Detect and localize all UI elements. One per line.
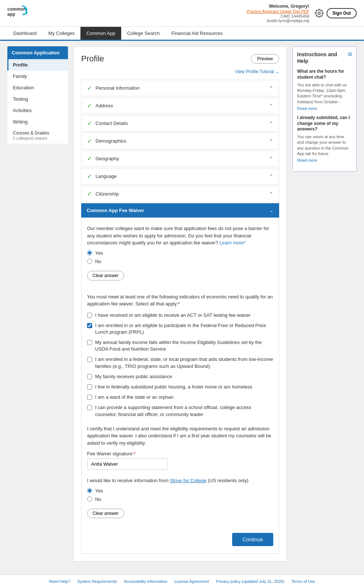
learn-more-link[interactable]: Learn more* — [220, 240, 246, 245]
help-answer-0: You are able to chat with us Monday-Frid… — [297, 82, 352, 105]
nav-bar: Dashboard My Colleges Common App College… — [0, 27, 364, 41]
sidebar-item-activities[interactable]: Activities — [7, 105, 68, 116]
footer-link-0[interactable]: Need Help? — [49, 579, 70, 584]
nav-financial-aid[interactable]: Financial Aid Resources — [166, 27, 228, 40]
sidebar-header: Common Application — [7, 46, 68, 59]
fee-waiver-radio-group: Yes No — [87, 250, 273, 264]
instructions-panel: Instructions and Help ⧉ What are the hou… — [292, 46, 357, 172]
checkbox-item-7[interactable]: I can provide a supporting statement fro… — [87, 404, 273, 417]
chevron-up-icon: ⌃ — [269, 103, 273, 109]
checkbox-input-7[interactable] — [87, 405, 92, 410]
strive-radio-no-input[interactable] — [87, 496, 92, 502]
clear-answer-button[interactable]: Clear answer — [87, 271, 124, 280]
logo-area: common app — [7, 4, 29, 22]
footer-link-3[interactable]: License Agreement — [174, 579, 209, 584]
section-label: Citizenship — [95, 191, 269, 197]
section-language[interactable]: ✓ Language ⌃ — [81, 168, 279, 184]
strive-radio-yes-input[interactable] — [87, 488, 92, 493]
fee-waiver-body: Our member colleges want to make sure th… — [81, 218, 279, 554]
fee-waiver-header[interactable]: Common App Fee Waiver ⌄ — [81, 203, 279, 218]
check-icon: ✓ — [87, 190, 92, 197]
sidebar-courses-sub: 2 college(s) require — [13, 136, 47, 140]
sig-label: Fee Waiver signature:* — [87, 451, 273, 456]
checkbox-input-4[interactable] — [87, 374, 92, 379]
help-question-1: I already submitted, can I change some o… — [297, 115, 352, 132]
nav-dashboard[interactable]: Dashboard — [7, 27, 43, 40]
header: common app Welcome, Gregory! Practice Ap… — [0, 0, 364, 27]
footer-link-2[interactable]: Accessibility Information — [124, 579, 167, 584]
logo-icon: common app — [7, 4, 29, 22]
instructions-header: Instructions and Help ⧉ — [297, 51, 352, 64]
nav-my-colleges[interactable]: My Colleges — [43, 27, 81, 40]
check-icon: ✓ — [87, 102, 92, 109]
checkbox-input-6[interactable] — [87, 395, 92, 400]
check-icon: ✓ — [87, 155, 92, 162]
section-label: Geography — [95, 156, 269, 161]
sidebar-item-writing[interactable]: Writing — [7, 116, 68, 128]
footer-link-5[interactable]: Terms of Use — [291, 579, 315, 584]
view-tutorial-link[interactable]: View Profile Tutorial ⌄ — [81, 69, 279, 74]
section-contact[interactable]: ✓ Contact Details ⌃ — [81, 115, 279, 132]
signature-input[interactable] — [87, 458, 168, 470]
chevron-up-icon: ⌃ — [269, 138, 273, 144]
strive-text: I would like to receive information from… — [87, 477, 273, 484]
footer-link-1[interactable]: System Requirements — [77, 579, 117, 584]
continue-button[interactable]: Continue — [232, 533, 273, 546]
help-item-1: I already submitted, can I change some o… — [297, 115, 352, 162]
clear-answer-2-button[interactable]: Clear answer — [87, 509, 124, 518]
profile-area: Profile Preview View Profile Tutorial ⌄ … — [73, 46, 287, 562]
checkbox-item-5[interactable]: I live in federally subsidized public ho… — [87, 384, 273, 390]
strive-link[interactable]: Strive for College — [170, 478, 206, 483]
sign-out-button[interactable]: Sign Out — [327, 8, 357, 18]
sidebar: Common Application Profile Family Educat… — [7, 46, 68, 562]
radio-yes-input[interactable] — [87, 250, 92, 255]
external-link-icon[interactable]: ⧉ — [348, 51, 352, 57]
section-personal-info[interactable]: ✓ Personal Information ⌃ — [81, 80, 279, 96]
footer: Need Help? System Requirements Accessibi… — [0, 574, 364, 588]
page-title: Profile — [81, 54, 104, 64]
sidebar-item-courses[interactable]: Courses & Grades 2 college(s) require — [7, 128, 68, 144]
radio-yes-label[interactable]: Yes — [87, 250, 273, 256]
nav-college-search[interactable]: College Search — [121, 27, 166, 40]
checkbox-item-2[interactable]: My annual family income falls within the… — [87, 339, 273, 352]
gear-icon[interactable] — [315, 9, 324, 18]
sidebar-item-education[interactable]: Education — [7, 82, 68, 93]
radio-no-label[interactable]: No — [87, 259, 273, 264]
chevron-up-icon: ⌃ — [269, 121, 273, 126]
checkbox-item-0[interactable]: I have received or am eligible to receiv… — [87, 312, 273, 319]
section-label: Demographics — [95, 138, 269, 144]
footer-link-4[interactable]: Privacy policy (updated July 31, 2020) — [216, 579, 284, 584]
checkbox-item-1[interactable]: I am enrolled in or am eligible to parti… — [87, 322, 273, 336]
section-citizenship[interactable]: ✓ Citizenship ⌃ — [81, 186, 279, 202]
check-icon: ✓ — [87, 137, 92, 144]
strive-radio-no-label[interactable]: No — [87, 496, 273, 502]
checkbox-input-2[interactable] — [87, 340, 92, 345]
certify-text: I certify that I understand and meet the… — [87, 425, 273, 447]
chevron-down-icon: ⌄ — [270, 208, 274, 213]
section-geography[interactable]: ✓ Geography ⌃ — [81, 150, 279, 167]
checkbox-item-3[interactable]: I am enrolled in a federal, state, or lo… — [87, 356, 273, 369]
section-demographics[interactable]: ✓ Demographics ⌃ — [81, 133, 279, 149]
chevron-up-icon: ⌃ — [269, 85, 273, 91]
section-address[interactable]: ✓ Address ⌃ — [81, 97, 279, 114]
checkbox-input-5[interactable] — [87, 384, 92, 390]
checkbox-item-4[interactable]: My family receives public assistance — [87, 373, 273, 380]
sidebar-item-profile[interactable]: Profile — [7, 59, 68, 71]
checkbox-item-6[interactable]: I am a ward of the state or an orphan — [87, 394, 273, 401]
strive-radio-yes-label[interactable]: Yes — [87, 488, 273, 494]
nav-common-app[interactable]: Common App — [80, 27, 121, 40]
chevron-up-icon: ⌃ — [269, 173, 273, 179]
read-more-1[interactable]: Read more — [297, 158, 352, 162]
welcome-text: Welcome, Gregory! — [246, 4, 309, 9]
fee-waiver-question: Our member colleges want to make sure th… — [87, 225, 273, 247]
check-icon: ✓ — [87, 85, 92, 92]
read-more-0[interactable]: Read more — [297, 106, 352, 111]
preview-button[interactable]: Preview — [251, 54, 279, 64]
practice-link[interactable]: Practice Applicant Usage Tips PDF — [246, 9, 309, 14]
sidebar-item-family[interactable]: Family — [7, 71, 68, 82]
checkbox-input-0[interactable] — [87, 313, 92, 318]
radio-no-input[interactable] — [87, 259, 92, 264]
sidebar-item-testing[interactable]: Testing — [7, 93, 68, 105]
checkbox-input-3[interactable] — [87, 357, 92, 362]
checkbox-input-1[interactable] — [87, 323, 92, 328]
